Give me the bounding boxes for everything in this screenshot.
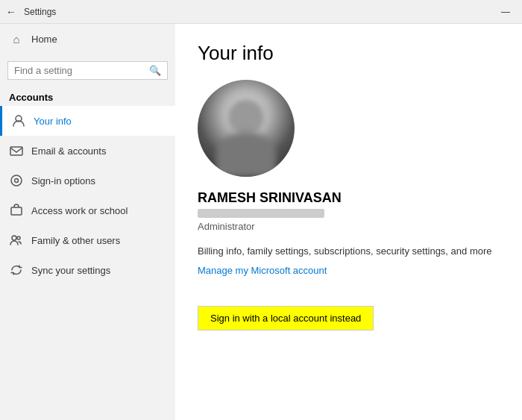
sidebar-item-sync-settings-label: Sync your settings: [31, 265, 110, 276]
sidebar-item-family-users-label: Family & other users: [31, 235, 120, 246]
nav-items: Your infoEmail & accountsSign-in options…: [0, 106, 175, 285]
app-title: Settings: [24, 7, 56, 17]
home-label: Home: [31, 34, 57, 45]
user-role: Administrator: [198, 221, 500, 232]
svg-point-3: [15, 179, 19, 183]
svg-rect-1: [10, 147, 22, 155]
svg-point-6: [17, 236, 20, 239]
minimize-button[interactable]: —: [495, 7, 516, 17]
sidebar-item-sign-in[interactable]: Sign-in options: [0, 166, 175, 195]
local-account-button[interactable]: Sign in with a local account instead: [198, 306, 374, 330]
title-bar: ← Settings —: [0, 0, 522, 24]
accounts-section-header: Accounts: [0, 86, 175, 106]
avatar-silhouette: [198, 80, 295, 177]
sidebar-item-home[interactable]: ⌂ Home: [0, 24, 175, 54]
avatar-head: [228, 99, 264, 135]
search-icon: 🔍: [149, 65, 161, 76]
svg-point-2: [11, 175, 22, 186]
search-box: 🔍: [7, 61, 168, 80]
back-button[interactable]: ←: [6, 6, 16, 18]
your-info-icon: [11, 113, 26, 128]
svg-rect-4: [11, 207, 22, 215]
sync-settings-icon: [9, 263, 24, 278]
svg-point-5: [12, 236, 16, 240]
page-title: Your info: [198, 42, 500, 65]
home-icon: ⌂: [9, 31, 24, 46]
sidebar-item-sync-settings[interactable]: Sync your settings: [0, 255, 175, 285]
avatar: [198, 80, 295, 177]
email-accounts-icon: [9, 143, 24, 158]
billing-info: Billing info, family settings, subscript…: [198, 244, 500, 259]
user-name: RAMESH SRINIVASAN: [198, 190, 500, 206]
main-layout: ⌂ Home 🔍 Accounts Your infoEmail & accou…: [0, 24, 522, 420]
content-area: Your info RAMESH SRINIVASAN Administrato…: [175, 24, 522, 420]
sidebar-item-your-info-label: Your info: [34, 116, 72, 127]
access-work-icon: [9, 203, 24, 218]
sidebar-item-email-accounts-label: Email & accounts: [31, 145, 106, 157]
sidebar-item-family-users[interactable]: Family & other users: [0, 225, 175, 255]
sidebar-item-your-info[interactable]: Your info: [0, 106, 175, 136]
manage-account-link[interactable]: Manage my Microsoft account: [198, 265, 327, 276]
avatar-container: [198, 80, 500, 177]
sign-in-icon: [9, 173, 24, 188]
sidebar: ⌂ Home 🔍 Accounts Your infoEmail & accou…: [0, 24, 175, 420]
email-redacted: [198, 209, 324, 218]
sidebar-item-email-accounts[interactable]: Email & accounts: [0, 136, 175, 166]
family-users-icon: [9, 233, 24, 248]
avatar-body: [216, 132, 276, 177]
sidebar-item-access-work[interactable]: Access work or school: [0, 195, 175, 225]
sidebar-item-access-work-label: Access work or school: [31, 205, 128, 216]
sidebar-item-sign-in-label: Sign-in options: [31, 175, 95, 187]
search-input[interactable]: [14, 65, 149, 76]
